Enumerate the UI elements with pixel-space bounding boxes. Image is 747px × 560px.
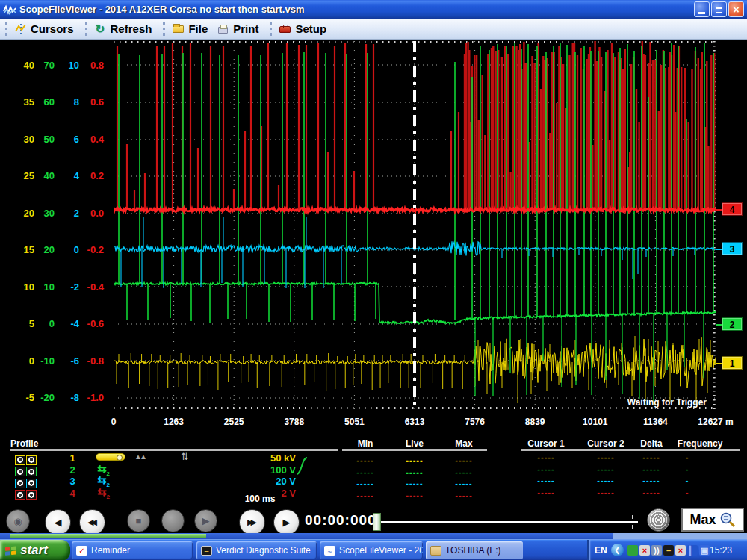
message-icon[interactable]: – xyxy=(663,545,674,556)
app-icon xyxy=(3,4,16,16)
y-axis-ch4-tick: 0.2 xyxy=(71,170,104,181)
cursor-header-frequency: Frequency xyxy=(666,438,734,449)
print-icon xyxy=(217,23,229,34)
eye-toggle-icon[interactable] xyxy=(15,490,25,500)
close-icon: × xyxy=(733,4,739,15)
bidirectional-arrows-icon: ⇆2 xyxy=(97,487,110,502)
frequency-value: - xyxy=(672,452,702,461)
setup-label: Setup xyxy=(295,22,326,35)
clock: 15:23 xyxy=(710,545,744,556)
setup-icon xyxy=(279,23,291,34)
record-button[interactable]: ◉ xyxy=(6,509,30,533)
measurements-panel: Profile 100 ms MinLiveMaxCursor 1Cursor … xyxy=(0,437,747,506)
print-button[interactable]: Print xyxy=(214,21,264,37)
language-options-icon[interactable]: ❮ xyxy=(611,544,624,556)
frequency-value: - xyxy=(672,476,702,485)
task-button-4[interactable]: TOSHIBA (E:) xyxy=(426,541,523,559)
error-icon[interactable]: × xyxy=(639,545,650,556)
step-back-button[interactable]: ◀ xyxy=(45,509,71,535)
setup-button[interactable]: Setup xyxy=(276,21,332,37)
channel-1-tab[interactable]: 1 xyxy=(722,356,743,370)
toolbar-grip xyxy=(85,22,87,36)
print-label: Print xyxy=(233,22,258,35)
x-axis-tick: 6313 xyxy=(385,417,444,429)
play-button[interactable]: ▶ xyxy=(194,509,217,532)
seek-slider-track[interactable] xyxy=(375,521,638,523)
rewind-button[interactable]: ◀◀ xyxy=(79,509,105,535)
eye-icon xyxy=(28,492,34,498)
stat-placeholder: ----- xyxy=(406,487,423,502)
stats-underline xyxy=(342,449,487,451)
stat-placeholder: ----- xyxy=(356,467,374,476)
stat-placeholder: ----- xyxy=(455,479,472,488)
battery-icon[interactable]: ▎ xyxy=(687,545,698,556)
probe-icon xyxy=(96,453,125,461)
cursor-value: ----- xyxy=(583,452,628,461)
cursors-icon xyxy=(14,23,27,34)
transport-bar: 00:00:000 Max ◉◀◀◀■▶▶▶▶ xyxy=(0,506,747,533)
x-axis-tick: 8839 xyxy=(505,417,565,429)
y-axis-ch4-tick: 0.6 xyxy=(71,96,104,108)
cursor-value: ----- xyxy=(629,476,674,485)
channel-number-1: 1 xyxy=(66,452,79,464)
channel-2-range: 100 V xyxy=(224,464,296,476)
close-button[interactable]: × xyxy=(728,1,744,17)
profile-title: Profile xyxy=(10,438,55,449)
network-audio-icon[interactable]: )) xyxy=(651,545,662,556)
channel-3-tab[interactable]: 3 xyxy=(722,242,743,255)
task-button-3[interactable]: ≈ScopeFileViewer - 20... xyxy=(320,541,423,559)
spiral-knob-button[interactable] xyxy=(647,508,670,532)
title-bar: ScopeFileViewer - 2014 A12XER Corsa no s… xyxy=(0,0,747,19)
stop-button[interactable]: ■ xyxy=(127,509,150,532)
step-forward-button[interactable]: ▶ xyxy=(273,509,300,535)
x-axis-tick: 10101 xyxy=(565,417,625,429)
restore-button[interactable] xyxy=(711,1,727,17)
channel-number-4: 4 xyxy=(66,488,79,499)
x-axis-tick: 7576 xyxy=(445,417,505,429)
task-label: ScopeFileViewer - 20... xyxy=(339,545,423,556)
zoom-max-button[interactable]: Max xyxy=(681,508,744,532)
file-button[interactable]: File xyxy=(169,21,214,37)
file-label: File xyxy=(188,22,208,35)
start-button[interactable]: start xyxy=(0,540,70,560)
stat-placeholder: ----- xyxy=(356,479,374,488)
eye-icon xyxy=(28,480,34,486)
toolbar-grip xyxy=(5,22,7,36)
task-button-2[interactable]: –Verdict Diagnostic Suite xyxy=(196,541,317,559)
y-axis-ch4-tick: -0.4 xyxy=(71,281,104,293)
stat-header-live: Live xyxy=(388,438,441,449)
eye-icon xyxy=(17,480,23,486)
fast-forward-button[interactable]: ▶▶ xyxy=(239,509,265,535)
desktop: { "window": { "title": "ScopeFileViewer … xyxy=(0,0,747,560)
cursor-value: ----- xyxy=(524,476,568,485)
restore-icon xyxy=(716,7,722,13)
toolbar: Cursors↻RefreshFilePrintSetup xyxy=(0,19,747,40)
pause-button[interactable] xyxy=(161,509,185,532)
progress-bar xyxy=(10,534,206,538)
channel-1-range: 50 kV xyxy=(224,452,296,464)
cursor-value: ----- xyxy=(629,464,674,473)
drive-icon xyxy=(430,546,441,556)
error-icon-2[interactable]: × xyxy=(675,545,686,556)
toolbar-grip xyxy=(163,22,165,36)
y-axis-ch4-tick: 0.8 xyxy=(71,60,104,71)
waveform-traces xyxy=(114,41,716,409)
updown-arrows-icon: ⇅ xyxy=(181,451,189,462)
minimize-button[interactable] xyxy=(694,1,710,17)
slider-end-tick xyxy=(632,515,633,519)
eye-toggle-icon[interactable] xyxy=(26,490,37,500)
task-button-1[interactable]: ✓Reminder xyxy=(72,541,193,559)
channel-4-tab[interactable]: 4 xyxy=(722,202,743,216)
app-icon[interactable]: ▣ xyxy=(699,545,710,556)
cursors-button[interactable]: Cursors xyxy=(11,21,80,37)
green-status-icon[interactable] xyxy=(627,545,638,556)
channel-2-tab[interactable]: 2 xyxy=(722,317,743,331)
language-indicator[interactable]: EN xyxy=(595,545,607,556)
seek-slider-thumb[interactable] xyxy=(373,513,381,531)
x-axis-tick: 5051 xyxy=(324,417,384,429)
refresh-button[interactable]: ↻Refresh xyxy=(91,21,158,37)
scope-plot[interactable]: Waiting for Trigger xyxy=(114,41,716,409)
window-title: ScopeFileViewer - 2014 A12XER Corsa no s… xyxy=(19,4,304,15)
eye-icon xyxy=(28,469,34,475)
cursor-value: ----- xyxy=(524,464,568,473)
